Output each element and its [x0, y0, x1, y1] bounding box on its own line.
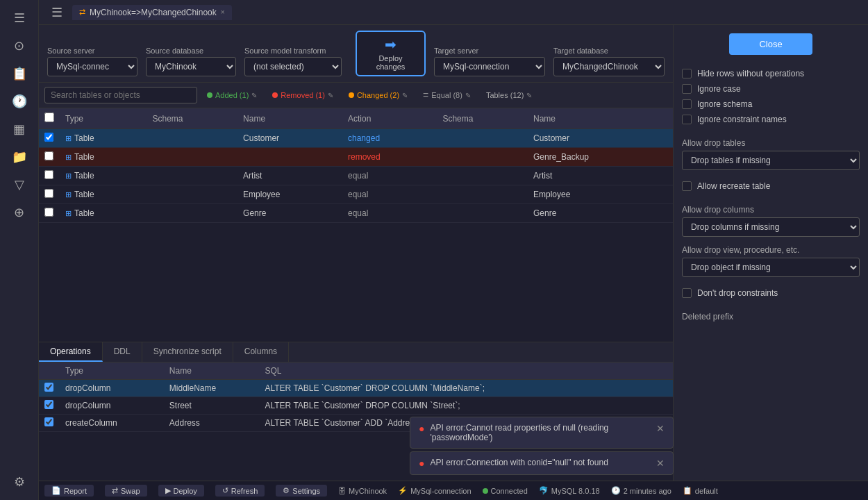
table-icon[interactable]: ▦	[7, 117, 32, 142]
target-server-group: Target server MySql-connection	[434, 47, 545, 76]
equal-edit-icon[interactable]: ✎	[465, 92, 471, 99]
default-icon: 📋	[683, 486, 692, 495]
toast-close-button[interactable]: ✕	[656, 458, 665, 469]
ops-type: createColumn	[60, 415, 164, 432]
ops-sql: ALTER TABLE `Customer` DROP COLUMN `Stre…	[259, 397, 673, 415]
row-schema-tgt	[437, 129, 528, 148]
source-model-group: Source model transform (not selected)	[244, 47, 342, 76]
dont-drop-constraints-section: Don't drop constraints	[674, 283, 868, 309]
refresh-label: Refresh	[231, 487, 258, 495]
report-button[interactable]: 📄 Report	[44, 485, 94, 497]
ignore-schema-checkbox[interactable]	[682, 99, 692, 109]
ops-table-row[interactable]: dropColumn MiddleName ALTER TABLE `Custo…	[39, 380, 673, 397]
deleted-prefix-section: Deleted prefix	[674, 309, 868, 330]
deploy-status-button[interactable]: ▶ Deploy	[158, 485, 204, 497]
row-checkbox-cell	[39, 129, 60, 148]
hamburger-icon[interactable]: ☰	[7, 6, 32, 31]
ops-sql: ALTER TABLE `Customer` DROP COLUMN `Midd…	[259, 380, 673, 397]
allow-recreate-checkbox[interactable]	[682, 181, 692, 191]
filter-added[interactable]: Added (1) ✎	[201, 89, 262, 101]
content-area: Source server MySql-connec Source databa…	[39, 25, 868, 481]
history-icon[interactable]: 🕐	[7, 89, 32, 114]
allow-drop-columns-select[interactable]: Drop columns if missing Never drop Alway…	[682, 217, 860, 237]
target-db-label: Target database	[553, 47, 665, 55]
source-model-select[interactable]: (not selected)	[244, 57, 342, 76]
row-checkbox[interactable]	[44, 170, 53, 179]
table-row[interactable]: ⊞ Table Artist equal Artist	[39, 167, 673, 185]
hide-rows-checkbox[interactable]	[682, 69, 692, 78]
row-checkbox[interactable]	[44, 151, 53, 160]
left-panel: Source server MySql-connec Source databa…	[39, 25, 674, 481]
filter-icon[interactable]: ▽	[7, 172, 32, 197]
filter-equal[interactable]: = Equal (8) ✎	[417, 88, 476, 103]
row-checkbox-cell	[39, 185, 60, 204]
tab-synchronize[interactable]: Synchronize script	[142, 342, 233, 362]
deploy-button[interactable]: ➡ Deploy changes	[356, 31, 426, 76]
allow-drop-view-select[interactable]: Drop object if missing Never drop Always…	[682, 258, 860, 277]
changed-edit-icon[interactable]: ✎	[402, 92, 408, 99]
added-edit-icon[interactable]: ✎	[251, 92, 257, 99]
table-row[interactable]: ⊞ Table Genre equal Genre	[39, 204, 673, 223]
ops-checkbox[interactable]	[44, 417, 53, 426]
target-server-select[interactable]: MySql-connection	[434, 57, 545, 76]
filter-removed[interactable]: Removed (1) ✎	[267, 89, 339, 101]
menu-icon[interactable]: ☰	[44, 0, 69, 25]
layers-icon[interactable]: ⊕	[7, 200, 32, 225]
allow-drop-tables-select[interactable]: Drop tables if missing Never drop Always…	[682, 151, 860, 170]
ops-checkbox[interactable]	[44, 383, 53, 392]
row-checkbox[interactable]	[44, 133, 53, 142]
row-name-tgt: Customer	[528, 129, 673, 148]
ops-col-type: Type	[60, 362, 164, 380]
toast-message: API error:Connection with conid="null" n…	[430, 458, 608, 467]
dont-drop-constraints-checkbox[interactable]	[682, 288, 692, 298]
row-checkbox[interactable]	[44, 189, 53, 198]
filter-changed[interactable]: Changed (2) ✎	[343, 89, 413, 101]
connection-name: MySql-connection	[410, 487, 471, 495]
settings-icon[interactable]: ⚙	[7, 469, 32, 494]
table-row[interactable]: ⊞ Table Employee equal Employee	[39, 185, 673, 204]
connection-icon: ⚡	[398, 486, 408, 495]
tab-columns[interactable]: Columns	[233, 342, 289, 362]
table-type-icon: ⊞	[65, 172, 72, 181]
row-checkbox[interactable]	[44, 208, 53, 217]
ops-table-row[interactable]: dropColumn Street ALTER TABLE `Customer`…	[39, 397, 673, 415]
row-action: removed	[342, 148, 437, 167]
ops-name: Street	[164, 397, 260, 415]
col-type-src: Type	[60, 108, 147, 129]
deploy-status-label: Deploy	[174, 487, 197, 495]
ignore-case-checkbox[interactable]	[682, 84, 692, 94]
tables-label: Tables (12)	[486, 91, 524, 99]
tab-operations[interactable]: Operations	[39, 342, 103, 362]
check-all-checkbox[interactable]	[44, 112, 54, 122]
allow-drop-tables-section: Allow drop tables Drop tables if missing…	[674, 135, 868, 176]
swap-button[interactable]: ⇄ Swap	[105, 485, 147, 497]
target-db-select[interactable]: MyChangedChinook	[553, 57, 665, 76]
ops-checkbox[interactable]	[44, 400, 53, 409]
option-ignore-constraints: Ignore constraint names	[682, 115, 860, 124]
folder-icon[interactable]: 📁	[7, 144, 32, 169]
tab-ddl[interactable]: DDL	[103, 342, 142, 362]
removed-edit-icon[interactable]: ✎	[328, 92, 333, 99]
target-server-label: Target server	[434, 47, 545, 55]
main-table-container: Type Schema Name Action Schema Name	[39, 108, 673, 342]
row-type: ⊞ Table	[60, 148, 147, 167]
table-row[interactable]: ⊞ Table Customer changed Customer	[39, 129, 673, 148]
settings-status-button[interactable]: ⚙ Settings	[276, 485, 327, 497]
ops-type: dropColumn	[60, 397, 164, 415]
tab-item[interactable]: ⇄ MyChinook=>MyChangedChinook ×	[72, 5, 232, 20]
home-icon[interactable]: ⊙	[7, 33, 32, 58]
row-name-src: Artist	[237, 167, 342, 185]
refresh-button[interactable]: ↺ Refresh	[215, 485, 265, 497]
filter-tables[interactable]: Tables (12) ✎	[481, 89, 537, 101]
source-server-select[interactable]: MySql-connec	[47, 57, 137, 76]
ignore-constraints-checkbox[interactable]	[682, 115, 692, 124]
source-db-select[interactable]: MyChinook	[146, 57, 236, 76]
search-input[interactable]	[44, 87, 197, 103]
document-icon[interactable]: 📋	[7, 61, 32, 86]
tab-close-icon[interactable]: ×	[221, 8, 225, 16]
table-row[interactable]: ⊞ Table removed Genre_Backup	[39, 148, 673, 167]
close-button[interactable]: Close	[729, 33, 812, 55]
toast-close-button[interactable]: ✕	[656, 423, 665, 434]
filter-bar: Added (1) ✎ Removed (1) ✎ Changed (2) ✎ …	[39, 83, 673, 108]
tables-edit-icon[interactable]: ✎	[526, 92, 532, 99]
